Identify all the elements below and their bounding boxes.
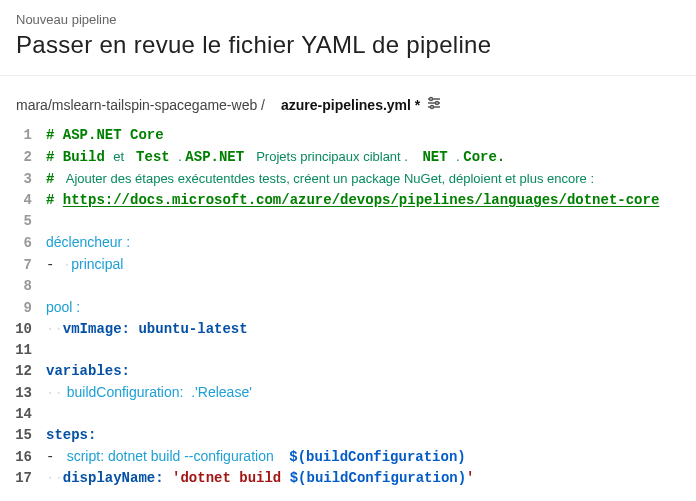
code-line-11[interactable]: 11 — [0, 340, 696, 361]
code-line-15[interactable]: 15 steps: — [0, 425, 696, 446]
comment-text: des tests, créent un package NuGet, dépl… — [234, 168, 594, 189]
yaml-key: displayName: — [63, 468, 164, 489]
code-line-16[interactable]: 16 - script: dotnet build --configuratio… — [0, 446, 696, 468]
yaml-value: ubuntu-latest — [130, 319, 248, 340]
comment-text: exécutent — [178, 168, 234, 189]
comment-text: et — [113, 146, 127, 167]
yaml-expression: $(buildConfiguration) — [290, 468, 466, 489]
line-number: 1 — [0, 125, 46, 146]
line-number: 4 — [0, 190, 46, 211]
breadcrumb-repo-path[interactable]: mara/mslearn-tailspin-spacegame-web / — [16, 97, 265, 113]
code-line-9[interactable]: 9 pool : — [0, 297, 696, 319]
line-number: 2 — [0, 147, 46, 168]
comment-text: es — [160, 168, 177, 189]
code-line-10[interactable]: 10 ··vmImage: ubuntu-latest — [0, 319, 696, 340]
comment-text: Core. — [463, 147, 505, 168]
comment-text: Ajouter des étap — [63, 168, 161, 189]
code-line-17[interactable]: 17 ··displayName: 'dotnet build $(buildC… — [0, 468, 696, 489]
line-number: 6 — [0, 233, 46, 254]
yaml-string: 'dotnet build — [164, 468, 290, 489]
comment-hash: # — [46, 169, 63, 190]
code-line-7[interactable]: 7 - ·principal — [0, 254, 696, 276]
line-number: 3 — [0, 169, 46, 190]
yaml-value: principal — [71, 254, 123, 275]
yaml-expression: $(buildConfiguration) — [289, 447, 465, 468]
breadcrumb-filename[interactable]: azure-pipelines.yml * — [281, 97, 420, 113]
indent-guide: · — [46, 383, 54, 404]
line-number: 15 — [0, 425, 46, 446]
yaml-key: steps: — [46, 425, 96, 446]
line-number: 12 — [0, 361, 46, 382]
svg-point-5 — [431, 106, 434, 109]
code-line-6[interactable]: 6 déclencheur : — [0, 232, 696, 254]
yaml-dash: - — [46, 447, 63, 468]
page-header: Nouveau pipeline Passer en revue le fich… — [0, 0, 696, 76]
line-number: 9 — [0, 298, 46, 319]
breadcrumb: mara/mslearn-tailspin-spacegame-web / az… — [0, 76, 696, 125]
line-number: 10 — [0, 319, 46, 340]
code-line-1[interactable]: 1 # ASP.NET Core — [0, 125, 696, 146]
code-line-2[interactable]: 2 # Build et Test . ASP.NET Projets prin… — [0, 146, 696, 168]
code-line-3[interactable]: 3 # Ajouter des étapes exécutentdes test… — [0, 168, 696, 190]
comment-text: ASP.NET Core — [63, 125, 164, 146]
line-number: 17 — [0, 468, 46, 489]
code-line-5[interactable]: 5 — [0, 211, 696, 232]
code-line-14[interactable]: 14 — [0, 404, 696, 425]
code-line-12[interactable]: 12 variables: — [0, 361, 696, 382]
indent-guide: · — [54, 383, 62, 404]
modified-indicator: * — [415, 97, 420, 113]
indent-guide: · — [46, 468, 54, 489]
code-line-8[interactable]: 8 — [0, 276, 696, 297]
code-line-4[interactable]: 4 # https://docs.microsoft.com/azure/dev… — [0, 190, 696, 211]
comment-hash: # — [46, 125, 63, 146]
page-title: Passer en revue le fichier YAML de pipel… — [16, 31, 680, 59]
comment-link[interactable]: https://docs.microsoft.com/azure/devops/… — [63, 190, 660, 211]
line-number: 11 — [0, 340, 46, 361]
code-line-13[interactable]: 13 ·· buildConfiguration: .'Release' — [0, 382, 696, 404]
svg-point-4 — [436, 102, 439, 105]
yaml-key: pool : — [46, 297, 80, 318]
line-number: 8 — [0, 276, 46, 297]
header-sublabel: Nouveau pipeline — [16, 12, 680, 27]
comment-text: ASP.NET — [185, 147, 252, 168]
yaml-string: ' — [466, 468, 474, 489]
comment-text: . — [401, 146, 423, 167]
settings-icon[interactable] — [426, 96, 442, 113]
comment-hash: # — [46, 190, 63, 211]
indent-guide: · — [54, 468, 62, 489]
line-number: 16 — [0, 447, 46, 468]
comment-text: . — [178, 146, 185, 167]
yaml-key: buildConfiguration: — [63, 382, 188, 403]
yaml-value: .'Release' — [187, 382, 252, 403]
line-number: 13 — [0, 383, 46, 404]
filename-text: azure-pipelines.yml — [281, 97, 411, 113]
line-number: 7 — [0, 255, 46, 276]
yaml-key: variables: — [46, 361, 130, 382]
comment-text: Test — [128, 147, 178, 168]
indent-guide: · — [46, 319, 54, 340]
yaml-key: vmImage: — [63, 319, 130, 340]
yaml-key: déclencheur : — [46, 232, 130, 253]
comment-hash: # — [46, 147, 63, 168]
line-number: 5 — [0, 211, 46, 232]
comment-text: Build — [63, 147, 113, 168]
code-editor[interactable]: 1 # ASP.NET Core 2 # Build et Test . ASP… — [0, 125, 696, 497]
indent-guide: · — [54, 319, 62, 340]
line-number: 14 — [0, 404, 46, 425]
svg-point-3 — [430, 98, 433, 101]
comment-text: Projets principaux ciblant — [253, 146, 401, 167]
comment-text: . — [456, 146, 463, 167]
yaml-dash: - — [46, 255, 63, 276]
comment-text: NET — [422, 147, 456, 168]
yaml-key: script: dotnet build --configuration — [63, 446, 289, 467]
indent-guide: · — [63, 255, 71, 276]
